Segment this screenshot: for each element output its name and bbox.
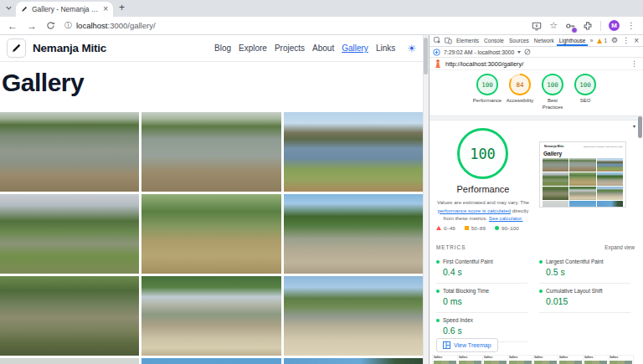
gallery-photo[interactable] (141, 112, 280, 192)
password-extension-icon[interactable] (565, 21, 575, 31)
new-tab-button[interactable]: + (119, 3, 125, 13)
metric-lcp: Largest Contentful Paint 0.5 s (539, 254, 630, 284)
tab-search-icon[interactable] (5, 4, 13, 12)
gallery-photo[interactable] (0, 276, 139, 356)
expand-view-button[interactable]: Expand view (604, 244, 635, 250)
report-header: http://localhost:3000/gallery/ ⋮ (430, 58, 643, 70)
filmstrip-scroll-caret-icon[interactable]: ▾ (633, 123, 635, 129)
seo-score: 100 (576, 75, 594, 93)
bookmark-star-icon[interactable]: ☆ (549, 21, 558, 30)
category-performance[interactable]: 100 Performance (472, 74, 503, 115)
site-brand[interactable]: Nemanja Mitic (33, 42, 106, 54)
metric-value: 0.015 (546, 296, 630, 306)
site-info-icon[interactable]: ⓘ (64, 22, 72, 29)
lighthouse-icon (435, 59, 441, 68)
metrics-header: METRICS (436, 244, 466, 250)
profile-avatar[interactable]: M (609, 20, 620, 31)
filmstrip-frame: Gallery (609, 356, 633, 364)
report-url: http://localhost:3000/gallery/ (445, 60, 626, 68)
devtools-tab-network[interactable]: Network (532, 35, 557, 46)
filmstrip-frame: Gallery (533, 356, 558, 364)
report-menu-icon[interactable]: ⋮ (630, 60, 638, 68)
performance-gauge[interactable]: 100 (457, 128, 508, 179)
page-viewport: Nemanja Mitic Blog Explore Projects Abou… (0, 35, 429, 364)
gallery-photo[interactable] (141, 358, 280, 364)
extensions-puzzle-icon[interactable] (583, 21, 593, 31)
score-calc-link[interactable]: performance score is calculated (438, 208, 511, 213)
devtools-scrollbar-thumb[interactable] (638, 116, 642, 138)
page-scrollbar-thumb[interactable] (424, 38, 428, 74)
legend-fail-icon (436, 226, 441, 230)
thumbnail-nav: Blog Explore Projects About Gallery Link… (584, 146, 623, 148)
gallery-photo[interactable] (141, 194, 280, 274)
back-icon[interactable]: ← (8, 21, 18, 31)
metric-pass-dot (539, 290, 543, 293)
see-calculator-link[interactable]: See calculator. (489, 215, 523, 221)
metric-fcp: First Contentful Paint 0.4 s (436, 254, 527, 284)
devtools-tabbar: Elements Console Sources Network Lightho… (430, 35, 643, 47)
forward-icon[interactable]: → (27, 21, 37, 31)
browser-tab[interactable]: Gallery - Nemanja Mitic × (16, 2, 113, 17)
toolbar-divider (600, 21, 601, 31)
legend-average-icon (465, 226, 469, 230)
treemap-icon (443, 341, 450, 349)
new-audit-plus-icon[interactable] (433, 49, 440, 56)
address-bar[interactable]: ⓘ localhost:3000/gallery/ (64, 21, 522, 30)
page-title: Gallery (2, 69, 84, 97)
devtools-tab-elements[interactable]: Elements (454, 35, 481, 46)
filmstrip-frame: Gallery (458, 356, 482, 364)
devtools-tab-console[interactable]: Console (481, 35, 507, 46)
category-accessibility[interactable]: 84 Accessibility (505, 74, 536, 115)
gallery-photo[interactable] (0, 194, 139, 274)
thumbnail-brand: Nemanja Mitic (544, 145, 564, 148)
reload-icon[interactable] (46, 21, 55, 30)
filmstrip-frame: Gallery (584, 356, 608, 364)
url-text[interactable]: localhost:3000/gallery/ (76, 21, 156, 30)
gallery-photo[interactable] (284, 358, 423, 364)
devtools-close-icon[interactable]: × (634, 37, 639, 45)
tab-close-icon[interactable]: × (103, 5, 108, 13)
accessibility-score: 84 (511, 75, 528, 93)
gallery-photo[interactable] (0, 112, 139, 192)
issues-warning[interactable]: 1 (597, 38, 607, 44)
metric-cls: Cumulative Layout Shift 0.015 (539, 284, 630, 313)
category-best-practices[interactable]: 100 Best Practices (538, 74, 568, 115)
devtools-tabbar-right: 1 ⚙ ⋮ × (597, 37, 640, 45)
gallery-photo[interactable] (284, 276, 423, 356)
devtools-tab-sources[interactable]: Sources (507, 35, 532, 46)
legend-range: 90–100 (502, 225, 519, 231)
browser-menu-icon[interactable]: ⋮ (627, 22, 635, 30)
clear-runs-icon[interactable] (524, 49, 531, 55)
view-treemap-button[interactable]: View Treemap (436, 338, 498, 352)
more-tabs-icon[interactable]: » (588, 38, 594, 44)
metric-pass-dot (539, 260, 543, 264)
cast-icon[interactable] (532, 21, 542, 31)
gallery-photo[interactable] (284, 194, 423, 274)
nav-link-gallery[interactable]: Gallery (342, 44, 368, 53)
gallery-photo[interactable] (284, 112, 423, 192)
lighthouse-run-bar: 7:29:02 AM - localhost:3000 (430, 47, 643, 58)
performance-score: 100 (478, 75, 496, 93)
inspect-element-icon[interactable] (434, 37, 441, 44)
run-selector[interactable]: 7:29:02 AM - localhost:3000 (444, 49, 514, 55)
devtools-settings-gear-icon[interactable]: ⚙ (611, 37, 618, 44)
devtools-menu-icon[interactable]: ⋮ (622, 37, 630, 44)
gallery-photo[interactable] (0, 358, 139, 364)
metrics-header-row: METRICS Expand view (436, 244, 635, 250)
theme-toggle-sun-icon[interactable]: ☀ (407, 44, 416, 54)
category-seo[interactable]: 100 SEO (570, 74, 601, 115)
gallery-photo[interactable] (141, 276, 280, 356)
metric-value: 0.6 s (443, 326, 527, 336)
nav-link-links[interactable]: Links (376, 44, 395, 53)
nav-link-explore[interactable]: Explore (239, 44, 267, 53)
devtools-tab-lighthouse[interactable]: Lighthouse (557, 35, 589, 46)
page-scrollbar[interactable] (423, 35, 429, 364)
legend-range: 0–49 (444, 225, 455, 231)
nav-link-blog[interactable]: Blog (214, 44, 231, 53)
devtools-scrollbar[interactable] (638, 115, 642, 362)
device-toolbar-icon[interactable] (445, 37, 452, 44)
best-practices-score: 100 (543, 75, 561, 93)
site-logo-pen-icon[interactable] (7, 38, 26, 58)
nav-link-projects[interactable]: Projects (275, 44, 305, 53)
nav-link-about[interactable]: About (312, 44, 334, 53)
